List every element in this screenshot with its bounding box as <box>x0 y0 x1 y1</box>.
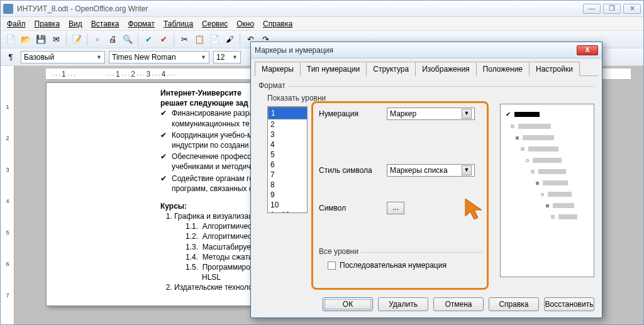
styles-icon[interactable]: ¶ <box>4 51 17 63</box>
level-item[interactable]: 1 <box>268 107 308 119</box>
edit-icon[interactable]: 📝 <box>70 33 83 46</box>
numbering-select[interactable]: Маркер▼ <box>387 107 475 120</box>
bullets-numbering-dialog: Маркеры и нумерация X Маркеры Тип нумера… <box>250 41 602 318</box>
menu-view[interactable]: Вид <box>65 18 86 30</box>
menu-file[interactable]: Файл <box>3 18 30 30</box>
level-item[interactable]: 6 <box>268 160 307 170</box>
print-icon[interactable]: 🖨 <box>106 33 119 46</box>
size-value: 12 <box>216 53 225 62</box>
level-item[interactable]: 5 <box>268 150 307 160</box>
ok-button[interactable]: ОК <box>323 297 373 311</box>
font-combo[interactable]: Times New Roman▼ <box>109 51 209 63</box>
app-icon <box>3 4 13 14</box>
dialog-titlebar: Маркеры и нумерация X <box>251 42 602 58</box>
symbol-label: Символ <box>319 204 382 212</box>
dialog-tabs: Маркеры Тип нумерации Структура Изображе… <box>255 61 598 76</box>
new-doc-icon[interactable]: 📄 <box>4 33 17 46</box>
dialog-title: Маркеры и нумерация <box>255 46 577 55</box>
open-icon[interactable]: 📂 <box>19 33 32 46</box>
cut-icon[interactable]: ✂ <box>178 33 191 46</box>
numbering-value: Маркер <box>390 109 416 118</box>
dialog-buttons: ОК Удалить Отмена Справка Восстановить <box>323 297 594 311</box>
autocheck-icon[interactable]: ✔ <box>157 33 170 46</box>
size-combo[interactable]: 12▼ <box>213 51 241 63</box>
charstyle-value: Маркеры списка <box>390 166 448 175</box>
level-item[interactable]: 2 <box>268 119 307 129</box>
all-levels-label: Все уровни <box>319 247 358 256</box>
numbering-label: Нумерация <box>319 109 382 118</box>
checkbox-icon <box>328 262 336 270</box>
menu-window[interactable]: Окно <box>233 18 258 30</box>
save-icon[interactable]: 💾 <box>35 33 47 46</box>
menu-help[interactable]: Справка <box>259 18 296 30</box>
symbol-button[interactable]: ... <box>387 202 404 214</box>
delete-button[interactable]: Удалить <box>378 297 428 311</box>
tab-settings[interactable]: Настройки <box>529 62 580 76</box>
menubar: Файл Правка Вид Вставка Формат Таблица С… <box>1 17 643 31</box>
preview-panel: ✔ <box>500 104 594 277</box>
tab-numtype[interactable]: Тип нумерации <box>300 62 367 76</box>
minimize-button[interactable]: — <box>583 4 601 14</box>
close-button[interactable]: ✕ <box>623 4 641 14</box>
copy-icon[interactable]: 📋 <box>193 33 206 46</box>
tab-images[interactable]: Изображения <box>415 62 476 76</box>
brush-icon[interactable]: 🖌 <box>223 33 236 46</box>
tab-structure[interactable]: Структура <box>366 62 416 76</box>
level-item[interactable]: 8 <box>268 180 307 190</box>
level-item[interactable]: 9 <box>268 190 307 200</box>
titlebar: ИНТУИТ_8.odt - OpenOffice.org Writer — ❐… <box>1 1 643 17</box>
spellcheck-icon[interactable]: ✔ <box>142 33 155 46</box>
charstyle-select[interactable]: Маркеры списка▼ <box>387 164 475 177</box>
pdf-icon[interactable]: ▫ <box>91 33 104 46</box>
menu-service[interactable]: Сервис <box>198 18 231 30</box>
tab-markers[interactable]: Маркеры <box>255 62 301 76</box>
font-value: Times New Roman <box>112 53 176 62</box>
dialog-close-button[interactable]: X <box>577 45 598 55</box>
maximize-button[interactable]: ❐ <box>603 4 621 14</box>
level-item[interactable]: 3 <box>268 129 307 140</box>
menu-edit[interactable]: Правка <box>31 18 64 30</box>
restore-button[interactable]: Восстановить <box>544 297 594 311</box>
preview-icon[interactable]: 🔍 <box>121 33 134 46</box>
vertical-ruler: 1 2 3 4 5 6 7 <box>1 66 14 324</box>
level-item[interactable]: 4 <box>268 140 307 150</box>
menu-table[interactable]: Таблица <box>160 18 197 30</box>
window-title: ИНТУИТ_8.odt - OpenOffice.org Writer <box>17 4 583 13</box>
paste-icon[interactable]: 📄 <box>208 33 221 46</box>
level-item[interactable]: 1 - 10 <box>268 210 307 213</box>
level-item[interactable]: 10 <box>268 200 307 210</box>
level-item[interactable]: 7 <box>268 170 307 180</box>
menu-format[interactable]: Формат <box>124 18 158 30</box>
sequential-label: Последовательная нумерация <box>340 261 447 270</box>
charstyle-label: Стиль символа <box>319 166 382 175</box>
tab-position[interactable]: Положение <box>476 62 530 76</box>
format-group-label: Формат <box>258 81 286 90</box>
sequential-checkbox[interactable]: Последовательная нумерация <box>328 261 482 270</box>
levels-listbox[interactable]: 1 2 3 4 5 6 7 8 9 10 1 - 10 <box>267 106 308 213</box>
style-value: Базовый <box>24 53 54 62</box>
cancel-button[interactable]: Отмена <box>433 297 484 311</box>
menu-insert[interactable]: Вставка <box>87 18 123 30</box>
help-button[interactable]: Справка <box>489 297 539 311</box>
mail-icon[interactable]: ✉ <box>50 33 62 46</box>
style-combo[interactable]: Базовый▼ <box>21 51 105 63</box>
